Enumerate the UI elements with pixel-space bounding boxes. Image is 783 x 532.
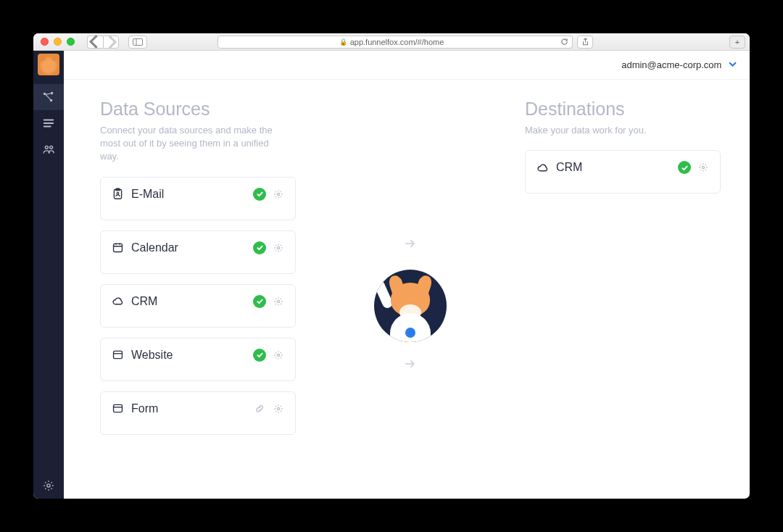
sidebar-item-list[interactable] [33, 110, 64, 136]
gear-icon [42, 479, 55, 492]
svg-point-14 [277, 300, 279, 302]
main: admin@acme-corp.com Data Sources Connect… [64, 51, 750, 499]
svg-point-3 [51, 92, 54, 95]
cloud-icon [536, 161, 549, 174]
flow-illustration [310, 99, 510, 484]
address-bar[interactable]: 🔒 app.funnelfox.com/#/home [218, 36, 566, 49]
source-card-crm[interactable]: CRM [100, 284, 296, 328]
svg-rect-0 [133, 38, 143, 45]
sidebar-item-connections[interactable] [33, 84, 64, 110]
destination-label: CRM [556, 161, 678, 174]
fox-mascot [374, 270, 447, 342]
source-label: CRM [131, 295, 253, 308]
destinations-column: Destinations Make your data work for you… [525, 99, 721, 484]
cloud-icon [111, 295, 124, 308]
new-tab-button[interactable]: + [729, 36, 745, 49]
lock-icon: 🔒 [339, 38, 347, 46]
source-card-calendar[interactable]: Calendar [100, 230, 296, 274]
source-settings-button[interactable] [272, 241, 285, 254]
sidebar [33, 51, 64, 499]
svg-rect-17 [113, 404, 122, 412]
chevron-down-icon [729, 59, 737, 70]
source-settings-button[interactable] [272, 188, 285, 201]
nav-buttons [87, 36, 119, 49]
user-menu[interactable]: admin@acme-corp.com [621, 59, 737, 70]
destinations-title: Destinations [525, 99, 721, 120]
svg-point-13 [277, 246, 279, 249]
status-ok-icon [678, 161, 691, 174]
browser-titlebar: 🔒 app.funnelfox.com/#/home + [33, 33, 750, 51]
back-button[interactable] [87, 36, 103, 49]
status-link-icon [253, 402, 266, 415]
people-icon [42, 143, 55, 156]
maximize-window-button[interactable] [67, 38, 75, 46]
svg-point-6 [50, 146, 53, 149]
source-card-website[interactable]: Website [100, 338, 296, 381]
user-email: admin@acme-corp.com [621, 59, 721, 70]
app-logo[interactable] [38, 54, 59, 75]
app-root: admin@acme-corp.com Data Sources Connect… [33, 51, 750, 499]
clipboard-icon [111, 188, 124, 201]
status-ok-icon [253, 295, 266, 308]
arrow-right-icon [403, 236, 418, 255]
minimize-window-button[interactable] [54, 38, 62, 46]
status-ok-icon [253, 188, 266, 201]
data-sources-title: Data Sources [100, 99, 296, 120]
source-label: Website [131, 349, 253, 362]
source-settings-button[interactable] [272, 402, 285, 415]
source-settings-button[interactable] [272, 349, 285, 362]
source-settings-button[interactable] [272, 295, 285, 308]
source-label: Calendar [131, 241, 253, 254]
svg-point-18 [277, 407, 279, 410]
browser-window: 🔒 app.funnelfox.com/#/home + [33, 33, 750, 499]
arrow-right-icon [403, 357, 418, 375]
window-icon [111, 402, 124, 415]
calendar-icon [111, 241, 124, 254]
destinations-subtitle: Make your data work for you. [525, 124, 706, 137]
topbar: admin@acme-corp.com [64, 51, 750, 80]
reload-button[interactable] [557, 36, 573, 49]
svg-point-7 [47, 484, 50, 487]
share-button[interactable] [577, 36, 593, 49]
source-label: Form [131, 402, 253, 415]
status-ok-icon [253, 241, 266, 254]
sidebar-toggle-button[interactable] [128, 36, 147, 49]
svg-rect-12 [113, 244, 122, 252]
window-icon [111, 349, 124, 362]
content: Data Sources Connect your data sources a… [64, 80, 750, 499]
url-text: app.funnelfox.com/#/home [350, 38, 444, 46]
svg-point-11 [277, 193, 279, 195]
data-sources-subtitle: Connect your data sources and make the m… [100, 124, 281, 164]
list-icon [42, 117, 55, 130]
destination-card-crm[interactable]: CRM [525, 150, 721, 194]
data-sources-column: Data Sources Connect your data sources a… [100, 99, 296, 484]
svg-point-19 [702, 167, 704, 169]
source-card-form[interactable]: Form [100, 391, 296, 435]
sidebar-item-settings[interactable] [33, 473, 64, 499]
nodes-icon [42, 91, 55, 104]
svg-point-5 [45, 146, 48, 149]
source-card-email[interactable]: E-Mail [100, 177, 296, 220]
svg-rect-15 [113, 351, 122, 358]
svg-point-10 [117, 192, 119, 194]
forward-button[interactable] [103, 36, 119, 49]
svg-point-16 [277, 354, 279, 356]
traffic-lights [41, 38, 75, 46]
destination-settings-button[interactable] [697, 161, 710, 174]
sidebar-item-team[interactable] [33, 136, 64, 162]
source-label: E-Mail [131, 188, 253, 201]
status-ok-icon [253, 349, 266, 362]
close-window-button[interactable] [41, 38, 49, 46]
